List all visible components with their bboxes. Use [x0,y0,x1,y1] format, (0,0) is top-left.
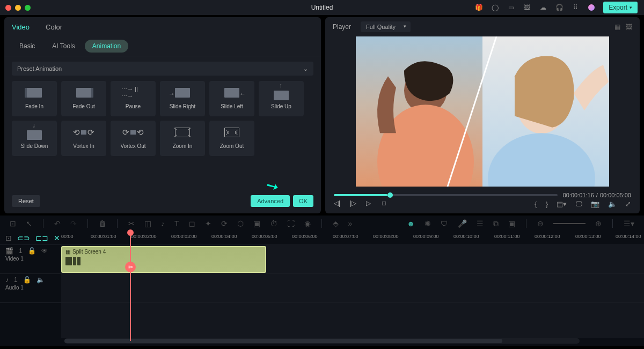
anim-fade-in[interactable]: Fade In [12,81,57,116]
timer-icon[interactable]: ⏱ [270,219,277,228]
screen-icon[interactable]: ▭ [507,3,515,12]
dot-icon[interactable]: ◉ [304,219,311,228]
more-icon[interactable]: » [348,219,353,228]
transition-icon[interactable]: ⬡ [237,219,244,228]
preset-animation-dropdown[interactable]: Preset Animation ⌄ [12,62,313,76]
reset-button[interactable]: Reset [12,195,40,207]
time-ruler[interactable]: ✂ 00:0000:00:01:0000:00:02:0000:00:03:00… [61,232,644,244]
step-fwd-icon[interactable]: |▷ [350,199,358,208]
monitor-icon[interactable]: 🖵 [575,200,582,208]
adjust-icon[interactable]: ⬘ [333,219,339,228]
gift-icon[interactable]: 🎁 [474,3,483,12]
shield-icon[interactable]: 🛡 [441,219,448,228]
redo-icon[interactable]: ↷ [70,219,77,228]
maximize-window[interactable] [25,5,31,11]
text-icon[interactable]: T [174,219,179,228]
video-track-icon[interactable]: 🎬 [5,247,13,255]
anim-pause[interactable]: ⋯→ || ⋯→ Pause [111,81,156,116]
track-options-icon[interactable]: ☰▾ [624,219,634,228]
pointer-tool-icon[interactable]: ↖ [26,219,32,228]
fullscreen-icon[interactable]: ⤢ [625,200,631,208]
play-icon[interactable]: ▷ [366,199,375,208]
ok-button[interactable]: OK [293,195,313,207]
ruler-mark: 00:00:01:00 [91,234,116,239]
anim-slide-left[interactable]: ← Slide Left [209,81,254,116]
crop-icon[interactable]: ◫ [144,219,151,228]
shape-icon[interactable]: ◻ [189,219,195,228]
scissors-icon[interactable]: ✂ [125,262,136,272]
pip-icon[interactable]: ▣ [508,219,515,228]
ai-face-icon[interactable]: ☻ [407,219,415,228]
mask-icon[interactable]: ▣ [253,219,260,228]
effects-icon[interactable]: ✦ [205,219,211,228]
stop-icon[interactable]: □ [382,199,391,208]
export-button[interactable]: Export [603,2,638,13]
lock-icon[interactable]: 🔓 [28,247,36,255]
cloud-icon[interactable]: ☁ [539,3,547,12]
cut-icon[interactable]: ✂ [128,219,135,228]
marker1-icon[interactable]: ⊡ [5,234,12,242]
music-icon[interactable]: ♪ [161,219,165,228]
record-icon[interactable]: ◯ [491,3,499,12]
marker3-icon[interactable]: ⊏⊐ [35,234,48,242]
tab-color[interactable]: Color [46,23,62,31]
headphones-icon[interactable]: 🎧 [555,3,564,12]
visibility-icon[interactable]: 👁 [41,247,48,255]
preview-scrubber[interactable] [334,194,558,196]
quality-selector[interactable]: Full Quality [361,21,411,32]
anim-vortex-in[interactable]: ⟲⟳ Vortex In [61,121,106,156]
window-controls [5,5,31,11]
zoom-slider[interactable] [553,223,586,224]
chevron-down-icon: ⌄ [303,65,308,72]
sparkle-icon[interactable]: ✺ [425,219,431,228]
select-tool-icon[interactable]: ⊡ [10,219,16,228]
brace-left[interactable]: { [535,200,537,208]
subtab-aitools[interactable]: AI Tools [45,40,82,53]
notification-icon[interactable] [587,3,596,12]
anim-fade-out[interactable]: Fade Out [61,81,106,116]
anim-slide-down[interactable]: ↓ Slide Down [12,121,57,156]
delete-icon[interactable]: 🗑 [99,219,106,228]
undo-icon[interactable]: ↶ [54,219,61,228]
advanced-button[interactable]: Advanced [251,195,290,207]
list-icon[interactable]: ☰ [477,219,484,228]
timeline-clip[interactable]: ▦Split Screen 4 [61,246,266,273]
timeline-hscroll[interactable] [64,338,580,344]
anim-vortex-out[interactable]: ⟳⟲ Vortex Out [111,121,156,156]
brace-right[interactable]: } [546,200,548,208]
picture-icon[interactable]: 🖼 [626,23,632,31]
anim-zoom-in[interactable]: ↖↗↙↘ Zoom In [160,121,205,156]
speed-icon[interactable]: ⟳ [221,219,228,228]
scan-icon[interactable]: ⛶ [287,219,295,228]
playhead[interactable]: ✂ [130,232,131,341]
animation-grid: Fade In Fade Out ⋯→ || ⋯→ Pause → Slide … [4,76,321,161]
zoom-out-icon[interactable]: ⊖ [537,219,544,228]
snapshot-icon[interactable]: 📷 [591,200,599,208]
minimize-window[interactable] [15,5,21,11]
ruler-mark: 00:00:06:00 [292,234,318,239]
document-title: Untitled [311,4,333,11]
zoom-in-icon[interactable]: ⊕ [595,219,602,228]
layout-icon[interactable]: ▤▾ [557,200,567,208]
mic-icon[interactable]: 🎤 [458,219,467,228]
grid-view-icon[interactable]: ▦ [614,23,620,31]
anim-slide-right[interactable]: → Slide Right [160,81,205,116]
close-window[interactable] [5,5,11,11]
screen2-icon[interactable]: ⧉ [493,219,499,228]
subtab-animation[interactable]: Animation [85,40,128,53]
tab-video[interactable]: Video [12,23,30,31]
step-back-icon[interactable]: ◁| [334,199,342,208]
audio-track-icon[interactable]: ♪ [5,276,9,284]
marker2-icon[interactable]: ⊂⊃ [17,234,30,242]
volume-icon[interactable]: 🔈 [608,200,617,208]
image-icon[interactable]: 🖼 [523,3,531,12]
anim-zoom-out[interactable]: ↘↙↗↖ Zoom Out [209,121,254,156]
marker4-icon[interactable]: ✕ [54,234,60,242]
apps-icon[interactable]: ⠿ [571,3,580,12]
mute-icon[interactable]: 🔈 [36,276,45,284]
anim-slide-up[interactable]: ↑ Slide Up [259,81,304,116]
video-preview[interactable] [356,36,609,187]
lock-icon[interactable]: 🔓 [23,276,31,284]
subtab-basic[interactable]: Basic [12,40,42,53]
titlebar: Untitled 🎁 ◯ ▭ 🖼 ☁ 🎧 ⠿ Export [0,0,644,15]
